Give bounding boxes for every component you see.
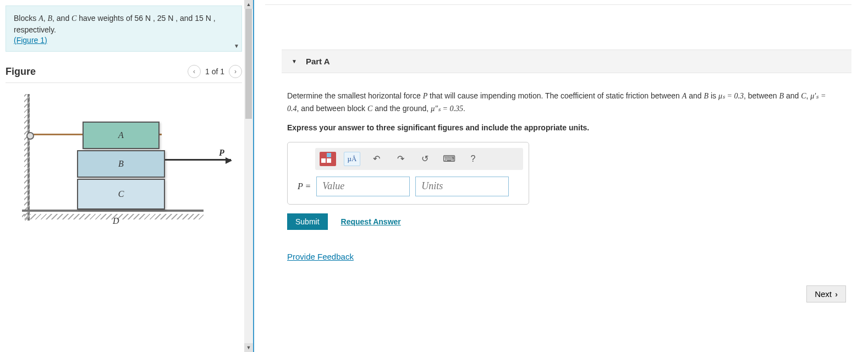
symbols-button[interactable]: µÅ xyxy=(344,152,360,166)
request-answer-link[interactable]: Request Answer xyxy=(341,217,401,226)
problem-text: Blocks A, B, and C have weights of 56 N … xyxy=(14,13,234,36)
figure-header: Figure ‹ 1 of 1 › xyxy=(6,65,242,83)
submit-button[interactable]: Submit xyxy=(287,213,328,230)
answer-toolbar: µÅ ↶ ↷ ↺ ⌨ ? xyxy=(315,148,523,170)
help-icon[interactable]: ? xyxy=(465,151,481,167)
answer-box: µÅ ↶ ↷ ↺ ⌨ ? P = xyxy=(287,142,529,205)
reset-icon[interactable]: ↺ xyxy=(416,151,433,167)
collapse-icon[interactable]: ▼ xyxy=(234,43,239,49)
figure-counter: 1 of 1 xyxy=(205,67,224,76)
wall xyxy=(28,94,30,221)
ground-label: D xyxy=(113,216,119,226)
block-a-label: A xyxy=(118,130,124,140)
answer-row: P = xyxy=(298,177,523,196)
block-c-label: C xyxy=(118,189,124,199)
left-scrollbar[interactable]: ▲ ▼ xyxy=(244,0,253,352)
next-label: Next xyxy=(815,289,832,299)
instruction-text: Express your answer to three significant… xyxy=(287,123,837,132)
problem-statement: Blocks A, B, and C have weights of 56 N … xyxy=(6,6,242,52)
figure-title: Figure xyxy=(6,66,36,78)
scroll-down-icon[interactable]: ▼ xyxy=(244,343,253,352)
provide-feedback-link[interactable]: Provide Feedback xyxy=(287,252,837,261)
units-input[interactable] xyxy=(415,177,509,196)
next-button[interactable]: Next › xyxy=(806,285,846,302)
question-text: Determine the smallest horizontal force … xyxy=(287,90,837,116)
figure-body: A B C P D xyxy=(6,94,237,259)
block-c: C xyxy=(77,179,165,210)
figure-link[interactable]: (Figure 1) xyxy=(14,36,47,45)
block-a: A xyxy=(83,122,160,149)
divider xyxy=(265,4,851,5)
right-panel: ▼ Part A Determine the smallest horizont… xyxy=(253,0,868,352)
force-arrow xyxy=(165,159,231,161)
force-label: P xyxy=(219,148,224,158)
part-header[interactable]: ▼ Part A xyxy=(282,50,851,73)
scroll-up-icon[interactable]: ▲ xyxy=(244,0,253,9)
figure-nav: ‹ 1 of 1 › xyxy=(188,65,242,78)
keyboard-icon[interactable]: ⌨ xyxy=(441,151,457,167)
block-b-label: B xyxy=(118,159,124,169)
part-title: Part A xyxy=(306,57,330,66)
value-input[interactable] xyxy=(316,177,410,196)
chevron-right-icon: › xyxy=(835,289,838,299)
part-body: Determine the smallest horizontal force … xyxy=(282,90,843,239)
physics-diagram: A B C P D xyxy=(22,94,231,237)
left-panel: Blocks A, B, and C have weights of 56 N … xyxy=(0,0,253,352)
redo-icon[interactable]: ↷ xyxy=(392,151,409,167)
scroll-thumb[interactable] xyxy=(245,9,252,119)
templates-button[interactable] xyxy=(320,152,336,166)
next-figure-button[interactable]: › xyxy=(229,65,242,78)
undo-icon[interactable]: ↶ xyxy=(368,151,384,167)
ground xyxy=(22,210,204,212)
block-b: B xyxy=(77,150,165,178)
disclosure-icon[interactable]: ▼ xyxy=(292,58,297,64)
prev-figure-button[interactable]: ‹ xyxy=(188,65,201,78)
action-row: Submit Request Answer xyxy=(287,213,837,230)
equation-label: P = xyxy=(298,182,311,191)
